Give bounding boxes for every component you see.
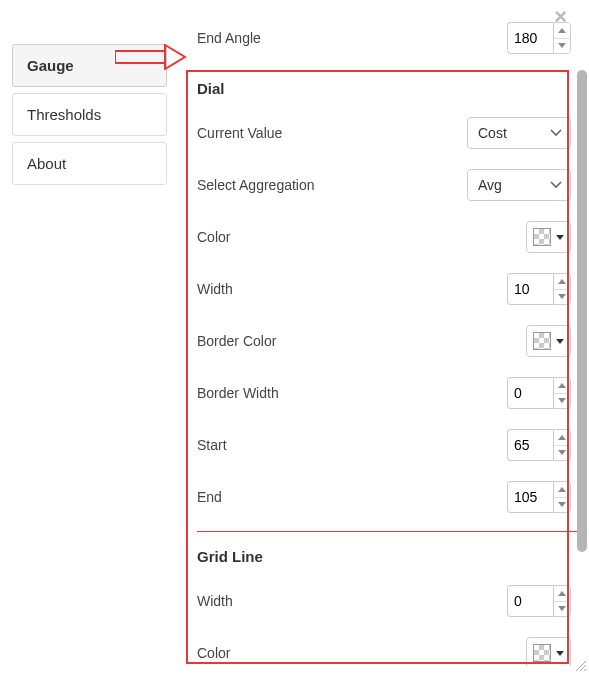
label-color: Color [197,229,230,245]
dial-end-spinner [553,481,571,513]
dial-width-spinner [553,273,571,305]
sidebar-item-thresholds[interactable]: Thresholds [12,93,167,136]
svg-marker-9 [558,450,566,455]
color-swatch-icon [533,644,551,662]
dial-border-width-spinner [553,377,571,409]
caret-down-icon [556,339,564,344]
row-border-color: Border Color [197,315,577,367]
spinner-down-icon[interactable] [554,602,570,617]
chevron-down-icon [550,129,562,137]
svg-rect-0 [115,51,165,63]
scrollbar[interactable] [577,40,587,662]
aggregation-selected: Avg [478,177,502,193]
dial-width-input[interactable] [507,273,553,305]
row-border-width: Border Width [197,367,577,419]
svg-marker-10 [558,487,566,492]
spinner-down-icon[interactable] [554,498,570,513]
label-end-angle: End Angle [197,30,261,46]
dial-end-input[interactable] [507,481,553,513]
svg-marker-2 [558,28,566,33]
current-value-selected: Cost [478,125,507,141]
chevron-down-icon [550,181,562,189]
section-dial: Dial Current Value Cost Select Aggregati… [197,64,577,523]
spinner-down-icon[interactable] [554,290,570,305]
sidebar-item-about[interactable]: About [12,142,167,185]
spinner-up-icon[interactable] [554,274,570,290]
dial-border-color-picker[interactable] [526,325,571,357]
svg-marker-3 [558,43,566,48]
spinner-down-icon[interactable] [554,39,570,54]
gridline-color-picker[interactable] [526,637,571,666]
svg-marker-4 [558,279,566,284]
row-gridline-width: Width [197,575,577,627]
label-aggregation: Select Aggregation [197,177,315,193]
svg-marker-12 [558,591,566,596]
gridline-width-spinner [553,585,571,617]
svg-marker-7 [558,398,566,403]
caret-down-icon [556,235,564,240]
label-gridline-color: Color [197,645,230,661]
row-current-value: Current Value Cost [197,107,577,159]
section-header-dial: Dial [197,64,577,107]
label-width: Width [197,281,233,297]
end-angle-input[interactable] [507,22,553,54]
end-angle-spinner [553,22,571,54]
aggregation-select[interactable]: Avg [467,169,571,201]
svg-line-16 [584,669,586,671]
spinner-up-icon[interactable] [554,430,570,446]
resize-handle-icon[interactable] [573,658,587,672]
spinner-up-icon[interactable] [554,482,570,498]
section-header-grid-line: Grid Line [197,532,577,575]
label-start: Start [197,437,227,453]
section-grid-line: Grid Line Width Color [197,532,577,666]
svg-marker-11 [558,502,566,507]
current-value-select[interactable]: Cost [467,117,571,149]
row-start: Start [197,419,577,471]
svg-marker-6 [558,383,566,388]
color-swatch-icon [533,228,551,246]
row-end-angle: End Angle [197,12,577,64]
svg-marker-13 [558,606,566,611]
spinner-up-icon[interactable] [554,23,570,39]
spinner-up-icon[interactable] [554,586,570,602]
sidebar-item-label: Thresholds [27,106,101,123]
gridline-width-input[interactable] [507,585,553,617]
color-swatch-icon [533,332,551,350]
label-gridline-width: Width [197,593,233,609]
sidebar-item-label: Gauge [27,57,74,74]
row-end: End [197,471,577,523]
sidebar: Gauge Thresholds About [12,8,167,666]
settings-panel: End Angle Dial Current Value Cost [167,8,577,666]
row-color: Color [197,211,577,263]
dial-start-input[interactable] [507,429,553,461]
spinner-down-icon[interactable] [554,394,570,409]
row-gridline-color: Color [197,627,577,666]
sidebar-item-label: About [27,155,66,172]
svg-marker-5 [558,294,566,299]
spinner-down-icon[interactable] [554,446,570,461]
label-border-width: Border Width [197,385,279,401]
label-current-value: Current Value [197,125,282,141]
spinner-up-icon[interactable] [554,378,570,394]
row-width: Width [197,263,577,315]
svg-marker-1 [165,45,185,69]
dial-color-picker[interactable] [526,221,571,253]
annotation-arrow [115,44,187,70]
dial-border-width-input[interactable] [507,377,553,409]
caret-down-icon [556,651,564,656]
scrollbar-thumb[interactable] [577,70,587,552]
label-border-color: Border Color [197,333,276,349]
svg-marker-8 [558,435,566,440]
row-aggregation: Select Aggregation Avg [197,159,577,211]
dial-start-spinner [553,429,571,461]
label-end: End [197,489,222,505]
